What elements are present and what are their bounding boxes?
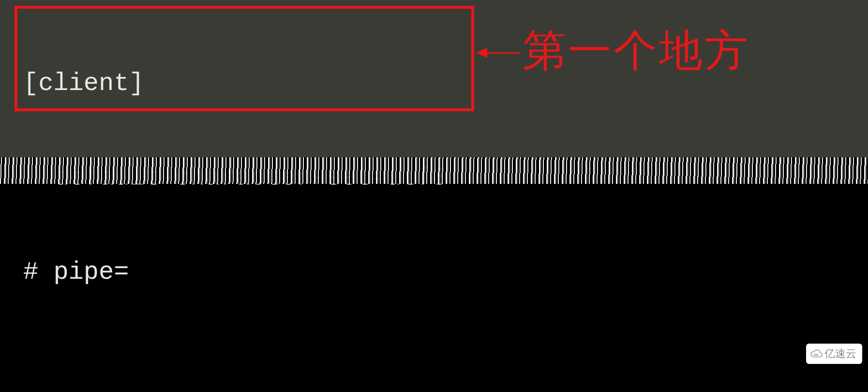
- svg-point-0: [814, 354, 815, 356]
- watermark-badge: 亿速云: [806, 344, 862, 364]
- code-line[interactable]: [client]: [23, 68, 868, 99]
- compression-artifact-band: [0, 157, 868, 184]
- svg-point-1: [817, 354, 818, 356]
- cloud-icon: [810, 347, 823, 360]
- watermark-text: 亿速云: [824, 347, 856, 361]
- code-line[interactable]: [23, 351, 868, 382]
- code-content[interactable]: [client] default-character-set=utf8 # pi…: [0, 5, 868, 392]
- code-line[interactable]: # pipe=: [23, 256, 868, 288]
- code-editor-panel[interactable]: [client] default-character-set=utf8 # pi…: [0, 0, 868, 160]
- line-number-gutter: [0, 0, 15, 160]
